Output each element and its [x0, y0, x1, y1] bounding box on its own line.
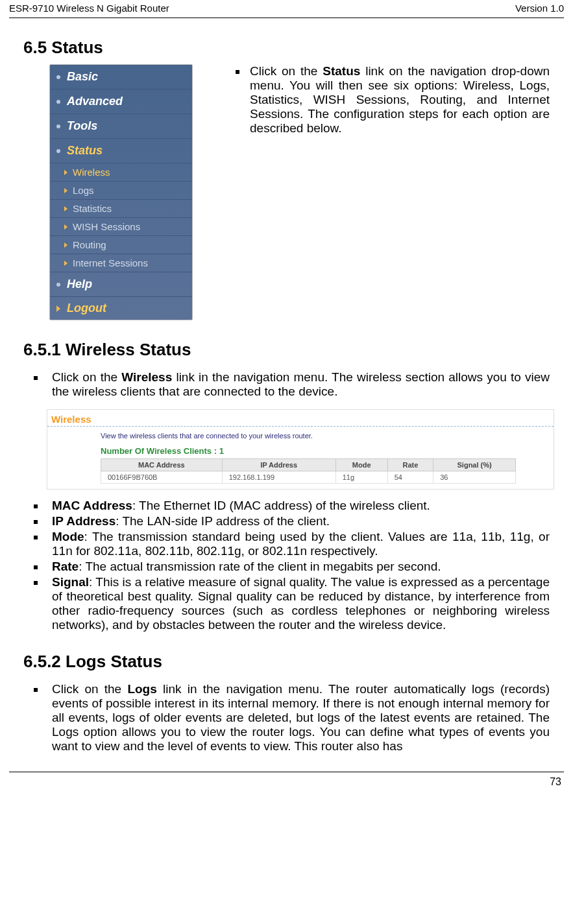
square-bullet-icon	[236, 70, 239, 74]
header-right: Version 1.0	[515, 3, 564, 14]
wireless-panel-description: View the wireless clients that are conne…	[47, 432, 554, 446]
nav-sub-logs[interactable]: Logs	[50, 182, 192, 200]
square-bullet-icon	[34, 504, 38, 508]
cell-ip: 192.168.1.199	[222, 471, 335, 484]
square-bullet-icon	[34, 581, 38, 585]
square-bullet-icon	[34, 688, 38, 692]
def-mode: Mode: The transmission standard being us…	[23, 530, 550, 558]
triangle-icon	[64, 224, 67, 230]
def-ip: IP Address: The LAN-side IP address of t…	[23, 514, 550, 528]
table-header-row: MAC Address IP Address Mode Rate Signal …	[101, 459, 516, 471]
wireless-panel-heading: Wireless	[47, 410, 554, 427]
page-footer: 73	[9, 772, 564, 794]
logs-intro: Click on the Logs link in the navigation…	[23, 682, 550, 753]
triangle-icon	[64, 243, 67, 248]
bullet-icon	[56, 75, 60, 79]
triangle-icon	[64, 206, 67, 211]
header-left: ESR-9710 Wireless N Gigabit Router	[9, 3, 169, 14]
cell-mac: 00166F9B760B	[101, 471, 223, 484]
def-mac: MAC Address: The Ethernet ID (MAC addres…	[23, 499, 550, 513]
nav-sub-wish-sessions[interactable]: WISH Sessions	[50, 218, 192, 236]
wireless-table: MAC Address IP Address Mode Rate Signal …	[101, 458, 516, 484]
bullet-icon	[56, 124, 60, 128]
table-row: 00166F9B760B 192.168.1.199 11g 54 36	[101, 471, 516, 484]
nav-basic[interactable]: Basic	[50, 65, 192, 89]
bullet-icon	[56, 100, 60, 104]
status-description: Click on the Status link on the navigati…	[232, 64, 550, 136]
wireless-client-count: Number Of Wireless Clients : 1	[47, 446, 554, 458]
bullet-icon	[56, 283, 60, 287]
nav-advanced[interactable]: Advanced	[50, 89, 192, 114]
col-mac: MAC Address	[101, 459, 223, 471]
cell-signal: 36	[433, 471, 516, 484]
wireless-intro: Click on the Wireless link in the naviga…	[23, 370, 550, 399]
col-rate: Rate	[387, 459, 433, 471]
def-signal: Signal: This is a relative measure of si…	[23, 575, 550, 632]
square-bullet-icon	[34, 376, 38, 380]
nav-sub-wireless[interactable]: Wireless	[50, 163, 192, 182]
section-6-5-1-title: 6.5.1 Wireless Status	[23, 340, 550, 360]
page-header: ESR-9710 Wireless N Gigabit Router Versi…	[9, 0, 564, 18]
triangle-icon	[64, 261, 67, 266]
def-rate: Rate: The actual transmission rate of th…	[23, 560, 550, 574]
nav-logout[interactable]: Logout	[50, 297, 192, 320]
square-bullet-icon	[34, 520, 38, 524]
col-mode: Mode	[335, 459, 387, 471]
square-bullet-icon	[34, 565, 38, 569]
nav-sub-statistics[interactable]: Statistics	[50, 200, 192, 218]
bullet-icon	[56, 149, 60, 153]
wireless-panel: Wireless View the wireless clients that …	[47, 409, 554, 490]
section-6-5-title: 6.5 Status	[23, 38, 550, 58]
triangle-icon	[56, 305, 60, 312]
desc-prefix: Click on the	[250, 64, 323, 78]
triangle-icon	[64, 170, 67, 175]
nav-panel: Basic Advanced Tools Status Wireless Log…	[49, 64, 193, 320]
desc-bold: Status	[323, 64, 360, 78]
nav-sub-routing[interactable]: Routing	[50, 236, 192, 254]
square-bullet-icon	[34, 536, 38, 539]
cell-rate: 54	[387, 471, 433, 484]
triangle-icon	[64, 188, 67, 193]
section-6-5-2-title: 6.5.2 Logs Status	[23, 652, 550, 672]
nav-sub-internet-sessions[interactable]: Internet Sessions	[50, 254, 192, 272]
nav-help[interactable]: Help	[50, 272, 192, 297]
cell-mode: 11g	[335, 471, 387, 484]
col-signal: Signal (%)	[433, 459, 516, 471]
nav-tools[interactable]: Tools	[50, 114, 192, 139]
page-number: 73	[550, 776, 561, 787]
nav-status[interactable]: Status	[50, 139, 192, 163]
col-ip: IP Address	[222, 459, 335, 471]
